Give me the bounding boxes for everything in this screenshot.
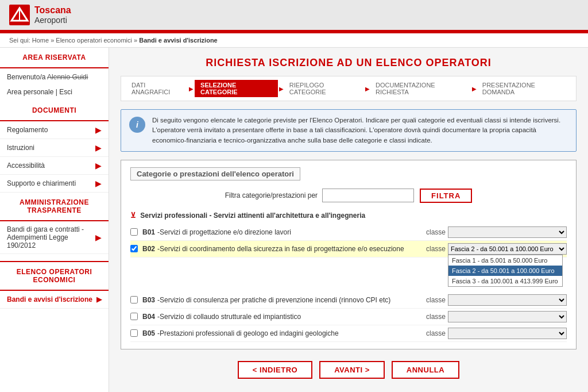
section-heading: ⊻ Servizi professionali - Servizi attine… bbox=[130, 211, 567, 220]
back-button[interactable]: < INDIETRO bbox=[238, 361, 312, 379]
table-row: B04 - Servizio di collaudo strutturale e… bbox=[130, 309, 567, 325]
cat-b02-dropdown-container: Fascia 1 - da 5.001 a 50.000 Euro Fascia… bbox=[448, 243, 567, 255]
info-box: i Di seguito vengono elencate le categor… bbox=[121, 109, 577, 152]
info-icon: i bbox=[129, 117, 145, 133]
elenco-title: ELENCO OPERATORI ECONOMICI bbox=[0, 261, 109, 291]
cat-b04-select[interactable]: Fascia 1 - da 5.001 a 50.000 Euro Fascia… bbox=[448, 311, 567, 322]
bandi-iscrizione-label: Bandi e avvisi d'iscrizione bbox=[7, 295, 92, 303]
arrow-icon: ▶ bbox=[95, 233, 102, 242]
cat-b02-label: Servizi di coordinamento della sicurezza… bbox=[160, 245, 421, 253]
accessibilita-label: Accessibilità bbox=[7, 162, 45, 170]
cat-b01-label: Servizi di progettazione e/o direzione l… bbox=[160, 228, 421, 236]
filter-input[interactable] bbox=[322, 189, 414, 202]
sidebar-item-supporto[interactable]: Supporto e chiarimenti ▶ bbox=[0, 175, 109, 193]
arrow-icon: ▶ bbox=[95, 179, 102, 188]
steps-bar: DATI ANAGRAFICI ▶ SELEZIONE CATEGORIE ▶ … bbox=[121, 76, 577, 101]
cat-b03-classe: classe bbox=[426, 296, 446, 304]
cat-b01-checkbox[interactable] bbox=[130, 228, 138, 236]
step-dati-anagrafici[interactable]: DATI ANAGRAFICI bbox=[127, 80, 188, 97]
bottom-buttons: < INDIETRO AVANTI > ANNULLA bbox=[121, 361, 577, 379]
amministrazione-title: AMMINISTRAZIONE TRASPARENTE bbox=[0, 193, 109, 221]
step-arrow-3: ▶ bbox=[365, 86, 370, 92]
header: Toscana Aeroporti bbox=[0, 0, 588, 32]
cat-b04-label: Servizio di collaudo strutturale ed impi… bbox=[160, 313, 421, 321]
supporto-label: Supporto e chiarimenti bbox=[7, 179, 76, 187]
dropdown-options: Fascia 1 - da 5.001 a 50.000 Euro Fascia… bbox=[448, 255, 563, 287]
arrow-icon: ▶ bbox=[96, 295, 102, 303]
dropdown-option-2[interactable]: Fascia 2 - da 50.001 a 100.000 Euro bbox=[448, 266, 562, 276]
sidebar-item-istruzioni[interactable]: Istruzioni ▶ bbox=[0, 139, 109, 157]
step-documentazione[interactable]: DOCUMENTAZIONE RICHIESTA bbox=[371, 80, 471, 97]
area-riservata-title: AREA RISERVATA bbox=[0, 48, 109, 68]
cat-b04-classe: classe bbox=[426, 313, 446, 321]
area-personale-link[interactable]: Area personale bbox=[7, 88, 53, 96]
logo-icon bbox=[9, 5, 30, 25]
cat-b02-select[interactable]: Fascia 1 - da 5.001 a 50.000 Euro Fascia… bbox=[448, 243, 567, 255]
arrow-icon: ▶ bbox=[95, 161, 102, 170]
cat-b05-classe: classe bbox=[426, 329, 446, 337]
cat-b03-select[interactable]: Fascia 1 - da 5.001 a 50.000 Euro Fascia… bbox=[448, 294, 567, 306]
main-content: RICHIESTA ISCRIZIONE AD UN ELENCO OPERAT… bbox=[109, 48, 588, 392]
step-riepilogo[interactable]: RIEPILOGO CATEGORIE bbox=[285, 80, 364, 97]
cat-b03-checkbox[interactable] bbox=[130, 296, 138, 303]
sidebar-links: Area personale | Esci bbox=[0, 86, 109, 101]
info-text: Di seguito vengono elencate le categorie… bbox=[152, 116, 568, 145]
table-row: B03 - Servizio di consulenza per pratich… bbox=[130, 292, 567, 309]
breadcrumb: Sei qui: Home » Elenco operatori economi… bbox=[0, 33, 588, 48]
arrow-icon: ▶ bbox=[95, 143, 102, 152]
sidebar-item-bandi-gara[interactable]: Bandi di gara e contratti - Adempimenti … bbox=[0, 221, 109, 254]
logo-text: Toscana Aeroporti bbox=[34, 5, 71, 25]
esci-link[interactable]: Esci bbox=[59, 88, 72, 96]
istruzioni-label: Istruzioni bbox=[7, 144, 34, 152]
cat-b05-checkbox[interactable] bbox=[130, 329, 138, 337]
cat-b02-code: B02 bbox=[142, 245, 155, 253]
cat-b05-code: B05 bbox=[142, 329, 155, 337]
layout: AREA RISERVATA Benvenuto/a Alennio Guidi… bbox=[0, 48, 588, 392]
cat-b05-select[interactable]: Fascia 1 - da 5.001 a 50.000 Euro Fascia… bbox=[448, 328, 567, 339]
filter-button[interactable]: FILTRA bbox=[420, 189, 472, 203]
section-heading-text: Servizi professionali - Servizi attinent… bbox=[140, 212, 365, 220]
cat-b04-checkbox[interactable] bbox=[130, 313, 138, 320]
bandi-gara-label: Bandi di gara e contratti - Adempimenti … bbox=[7, 225, 95, 249]
dropdown-option-1[interactable]: Fascia 1 - da 5.001 a 50.000 Euro bbox=[448, 255, 562, 266]
cat-b01-select[interactable]: Fascia 1 - da 5.001 a 50.000 Euro Fascia… bbox=[448, 226, 567, 238]
page-title: RICHIESTA ISCRIZIONE AD UN ELENCO OPERAT… bbox=[121, 57, 577, 69]
welcome-text: Benvenuto/a bbox=[7, 73, 47, 81]
cat-b05-label: Prestazioni professionali di geologo ed … bbox=[160, 329, 421, 337]
categories-box: Categorie o prestazioni dell'elenco oper… bbox=[121, 160, 577, 349]
cancel-button[interactable]: ANNULLA bbox=[392, 361, 459, 379]
table-row: B02 - Servizi di coordinamento della sic… bbox=[130, 241, 567, 258]
regolamento-label: Regolamento bbox=[7, 126, 48, 134]
breadcrumb-current: Bandi e avvisi d'iscrizione bbox=[139, 37, 218, 44]
cat-b03-code: B03 bbox=[142, 296, 155, 304]
sidebar-item-regolamento[interactable]: Regolamento ▶ bbox=[0, 121, 109, 139]
table-row: B01 - Servizi di progettazione e/o direz… bbox=[130, 224, 567, 241]
table-row: B05 - Prestazioni professionali di geolo… bbox=[130, 325, 567, 342]
cat-b01-classe: classe bbox=[426, 228, 446, 236]
filter-row: Filtra categorie/prestazioni per FILTRA bbox=[130, 189, 567, 203]
categories-box-title: Categorie o prestazioni dell'elenco oper… bbox=[130, 167, 300, 180]
step-arrow-4: ▶ bbox=[472, 86, 477, 92]
cat-b02-classe: classe bbox=[426, 245, 446, 253]
step-arrow-2: ▶ bbox=[279, 86, 284, 92]
step-arrow-1: ▶ bbox=[189, 86, 194, 92]
username: Alennio Guidi bbox=[47, 73, 88, 81]
cat-b04-code: B04 bbox=[142, 313, 155, 321]
breadcrumb-prefix: Sei qui: Home » Elenco operatori economi… bbox=[9, 37, 139, 44]
collapse-icon[interactable]: ⊻ bbox=[130, 211, 136, 220]
cat-b02-checkbox[interactable] bbox=[130, 245, 138, 252]
step-presentazione[interactable]: PRESENTAZIONE DOMANDA bbox=[478, 80, 570, 97]
documenti-title: DOCUMENTI bbox=[0, 101, 109, 121]
cat-b03-label: Servizio di consulenza per pratiche di p… bbox=[160, 296, 421, 304]
next-button[interactable]: AVANTI > bbox=[319, 361, 385, 379]
dropdown-option-3[interactable]: Fascia 3 - da 100.001 a 413.999 Euro bbox=[448, 276, 562, 286]
filter-label: Filtra categorie/prestazioni per bbox=[225, 191, 318, 199]
cat-b01-code: B01 bbox=[142, 228, 155, 236]
sidebar-item-bandi-iscrizione[interactable]: Bandi e avvisi d'iscrizione ▶ bbox=[0, 291, 109, 309]
sidebar-welcome: Benvenuto/a Alennio Guidi bbox=[0, 68, 109, 86]
sidebar: AREA RISERVATA Benvenuto/a Alennio Guidi… bbox=[0, 48, 109, 392]
step-selezione-categorie[interactable]: SELEZIONE CATEGORIE bbox=[195, 80, 278, 97]
arrow-icon: ▶ bbox=[95, 125, 102, 134]
sidebar-item-accessibilita[interactable]: Accessibilità ▶ bbox=[0, 157, 109, 175]
